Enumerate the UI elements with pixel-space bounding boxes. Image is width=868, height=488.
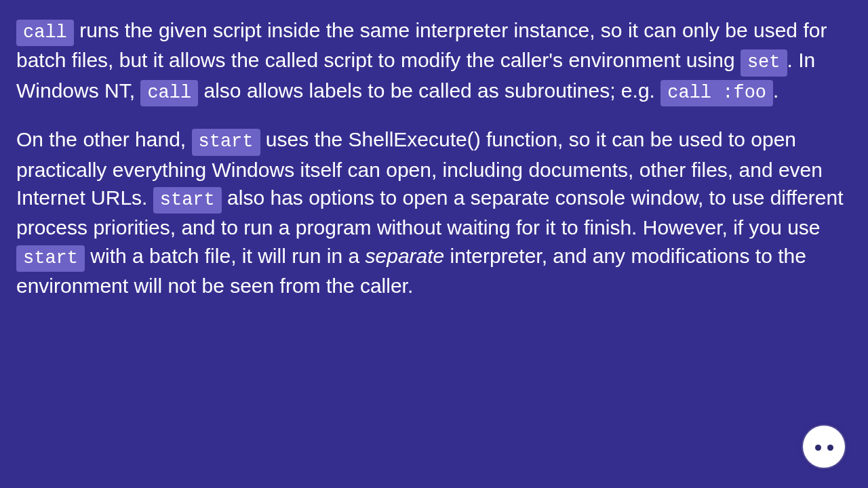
paragraph-2: On the other hand, start uses the ShellE… bbox=[16, 125, 852, 300]
eye-icon bbox=[827, 445, 833, 451]
text: with a batch file, it will run in a bbox=[85, 245, 366, 267]
code-start: start bbox=[153, 187, 222, 214]
eye-icon bbox=[815, 445, 821, 451]
code-call-foo: call :foo bbox=[660, 80, 773, 106]
paragraph-1: call runs the given script inside the sa… bbox=[16, 16, 852, 106]
code-start: start bbox=[16, 245, 85, 272]
code-start: start bbox=[192, 129, 260, 155]
code-call: call bbox=[16, 20, 74, 46]
code-call: call bbox=[140, 80, 198, 106]
emphasis-separate: separate bbox=[366, 245, 445, 267]
text: runs the given script inside the same in… bbox=[16, 19, 827, 71]
text: On the other hand, bbox=[16, 128, 192, 150]
avatar-eyes bbox=[815, 445, 833, 451]
code-set: set bbox=[741, 49, 787, 76]
text: . bbox=[773, 79, 778, 102]
article-body: call runs the given script inside the sa… bbox=[16, 16, 852, 300]
face-avatar-icon[interactable] bbox=[803, 426, 845, 468]
text: also allows labels to be called as subro… bbox=[198, 79, 660, 102]
